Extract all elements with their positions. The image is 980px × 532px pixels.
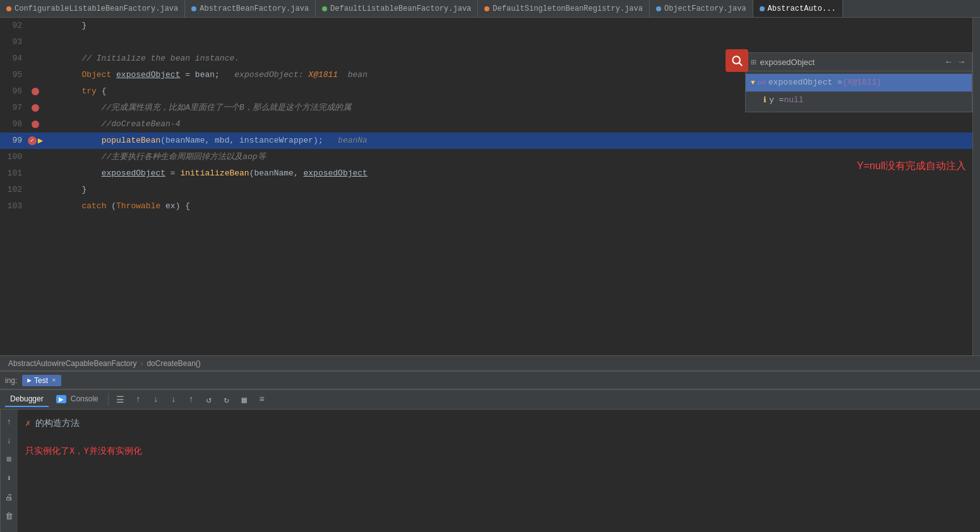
field-icon: ℹ <box>763 93 767 107</box>
error-icon: ✗ <box>25 415 30 432</box>
code-line-100: 100 //主要执行各种生命周期回掉方法以及aop等 <box>0 149 972 165</box>
code-line-92: 92 } <box>0 18 972 34</box>
breakpoint-check-99: ✓ <box>28 136 37 145</box>
tab-dot-green <box>322 6 327 11</box>
console-tab[interactable]: ▶ Console <box>51 392 104 407</box>
console-area: ✗ 的构造方法 只实例化了X，Y并没有实例化 <box>18 410 980 532</box>
search-button[interactable] <box>726 49 748 72</box>
debug-toolbar: Debugger ▶ Console ☰ ↑ ↓ ↓ ↑ ↺ ↻ ▦ ≡ <box>0 389 980 410</box>
tab-abstractauto[interactable]: AbstractAuto... <box>753 0 843 18</box>
toolbar-btn-up2[interactable]: ↑ <box>184 392 199 407</box>
nav-back-button[interactable]: ← <box>943 56 953 68</box>
tab-bar: ConfigurableListableBeanFactory.java Abs… <box>0 0 980 18</box>
test-tab-close[interactable]: × <box>52 377 56 384</box>
console-line-2: 只实例化了X，Y并没有实例化 <box>25 442 972 460</box>
side-btn-print[interactable]: 🖨 <box>3 490 16 504</box>
side-btn-up[interactable]: ↑ <box>3 415 16 429</box>
tab-defaultlistablebean[interactable]: DefaultListableBeanFactory.java <box>316 0 478 18</box>
test-tab-label: Test <box>34 376 48 385</box>
breakpoint-98 <box>32 121 39 128</box>
code-line-99: 99 ✓ ▶ populateBean(beanName, mbd, insta… <box>0 133 972 149</box>
scrollbar[interactable] <box>972 18 980 355</box>
code-line-98: 98 //doCreateBean-4 <box>0 116 972 133</box>
console-text-2: 只实例化了X，Y并没有实例化 <box>25 442 142 460</box>
code-editor: 92 } 93 94 // Initialize the bean instan… <box>0 18 972 355</box>
toolbar-btn-down[interactable]: ↓ <box>148 392 164 407</box>
toolbar-btn-fwd[interactable]: ↻ <box>219 392 234 407</box>
debugger-tree: ▼ oo exposedObject = {X@1811} ℹ y = null <box>746 71 972 112</box>
test-icon: ▶ <box>27 376 32 384</box>
filter-icon: ⊞ <box>751 57 756 68</box>
toolbar-btn-lines[interactable]: ≡ <box>254 392 270 407</box>
tab-dot-blue <box>191 6 196 11</box>
tab-dot-blue2 <box>656 6 661 11</box>
tab-defaultsingletonbean[interactable]: DefaultSingletonBeanRegistry.java <box>478 0 650 18</box>
code-line-101: 101 exposedObject = initializeBean(beanN… <box>0 165 972 182</box>
side-btn-down[interactable]: ↓ <box>3 434 16 447</box>
breakpoint-96 <box>32 88 39 95</box>
code-line-102: 102 } <box>0 182 972 198</box>
debugger-popup-header: ⊞ exposedObject ← → <box>746 53 972 71</box>
console-text-1: 的构造方法 <box>35 415 80 432</box>
bottom-content: ↑ ↓ ⊞ ⬇ 🖨 🗑 ✗ 的构造方法 只实例化了X，Y并没有实例化 <box>0 410 980 532</box>
code-line-93: 93 <box>0 34 972 50</box>
annotation-text: Y=null没有完成自动注入 <box>857 160 966 173</box>
breadcrumb-class: AbstractAutowireCapableBeanFactory <box>8 359 136 368</box>
code-line-103: 103 catch (Throwable ex) { <box>0 198 972 215</box>
toolbar-btn-list[interactable]: ☰ <box>113 392 128 407</box>
side-btn-download[interactable]: ⬇ <box>3 471 16 485</box>
tree-oo-icon: oo <box>758 76 766 90</box>
breakpoint-97 <box>32 104 39 112</box>
toolbar-btn-reload[interactable]: ↺ <box>201 392 217 407</box>
breadcrumb-bar: AbstractAutowireCapableBeanFactory › doC… <box>0 355 980 370</box>
side-tools: ↑ ↓ ⊞ ⬇ 🖨 🗑 <box>0 410 18 532</box>
side-btn-trash[interactable]: 🗑 <box>3 509 16 523</box>
toolbar-btn-up[interactable]: ↑ <box>131 392 146 407</box>
svg-line-1 <box>739 63 743 66</box>
svg-point-0 <box>732 56 740 64</box>
breadcrumb-method: doCreateBean() <box>146 359 200 368</box>
tree-arrow-icon: ▼ <box>751 76 755 90</box>
console-icon: ▶ <box>56 395 66 403</box>
tab-abstractbeanfactory[interactable]: AbstractBeanFactory.java <box>185 0 316 18</box>
debugger-popup: ⊞ exposedObject ← → ▼ oo exposedObject =… <box>745 52 972 112</box>
tab-dot-blue3 <box>760 6 765 11</box>
debug-session-bar: ing: ▶ Test × <box>0 372 980 389</box>
tab-objectfactory[interactable]: ObjectFactory.java <box>650 0 753 18</box>
editor-container: 92 } 93 94 // Initialize the bean instan… <box>0 18 980 355</box>
console-line-1: ✗ 的构造方法 <box>25 415 972 432</box>
tab-configurablelistablebean[interactable]: ConfigurableListableBeanFactory.java <box>0 0 185 18</box>
nav-forward-button[interactable]: → <box>957 56 967 68</box>
tab-dot-orange2 <box>484 6 489 11</box>
debug-label: ing: <box>5 376 17 385</box>
toolbar-btn-down2[interactable]: ↓ <box>166 392 181 407</box>
debugger-tab[interactable]: Debugger <box>5 392 49 407</box>
toolbar-btn-grid[interactable]: ▦ <box>237 392 252 407</box>
test-tab[interactable]: ▶ Test × <box>22 375 61 386</box>
tree-item-exposedObject[interactable]: ▼ oo exposedObject = {X@1811} <box>746 74 972 92</box>
side-btn-filter[interactable]: ⊞ <box>3 452 16 466</box>
tab-dot-orange <box>6 6 11 11</box>
tree-item-y[interactable]: ℹ y = null <box>746 92 972 109</box>
debugger-popup-title: exposedObject <box>760 57 815 67</box>
bottom-panel: ing: ▶ Test × Debugger ▶ Console ☰ ↑ ↓ ↓… <box>0 370 980 532</box>
